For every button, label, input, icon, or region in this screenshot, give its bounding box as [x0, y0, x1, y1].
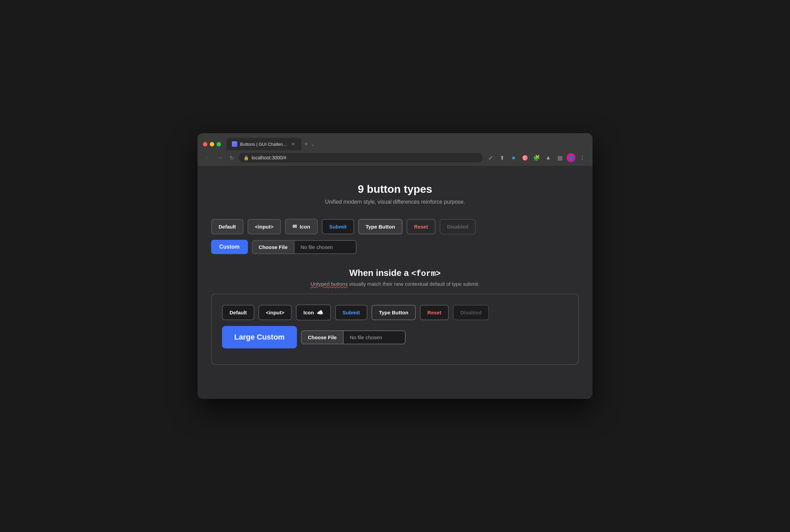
tab-close-icon[interactable]: ✕	[290, 141, 296, 147]
form-section-title: When inside a <form>	[211, 268, 579, 278]
cloud-icon: ☁️	[317, 309, 323, 316]
sidebar-icon[interactable]: ▤	[555, 153, 565, 162]
form-section-header: When inside a <form> Untyped buttons vis…	[211, 268, 579, 287]
minimize-button[interactable]	[210, 142, 214, 146]
tab-favicon	[232, 141, 237, 147]
form-section-subtitle: Untyped buttons visually match their new…	[211, 281, 579, 287]
form-reset-button[interactable]: Reset	[420, 305, 449, 320]
form-file-choose-button[interactable]: Choose File	[302, 331, 344, 344]
forward-button[interactable]: →	[215, 153, 225, 162]
pointer-icon[interactable]: ▲	[543, 153, 553, 162]
disabled-button: Disabled	[440, 219, 476, 234]
colorful-icon[interactable]: 🎯	[520, 153, 530, 162]
traffic-lights	[203, 142, 221, 146]
section2-row2: Large Custom Choose File No file chosen	[222, 326, 568, 348]
custom-button[interactable]: Custom	[211, 240, 248, 254]
tab-bar: Buttons | GUI Challenges ✕ + ⌄	[226, 138, 315, 150]
reset-button[interactable]: Reset	[407, 219, 436, 234]
default-button[interactable]: Default	[211, 219, 243, 234]
address-bar[interactable]: 🔒 localhost:3000/#	[239, 153, 483, 162]
form-box: Default <input> Icon ☁️ Submit Type Butt…	[211, 294, 579, 365]
form-default-button[interactable]: Default	[222, 305, 254, 320]
back-button[interactable]: ←	[203, 153, 212, 162]
form-disabled-button: Disabled	[453, 305, 489, 320]
browser-chrome: Buttons | GUI Challenges ✕ + ⌄ ← → ↻ 🔒 l…	[198, 133, 592, 166]
section-divider: When inside a <form> Untyped buttons vis…	[211, 268, 579, 365]
close-button[interactable]	[203, 142, 207, 146]
form-file-no-chosen-text: No file chosen	[344, 331, 405, 344]
share-icon[interactable]: ⬆	[497, 153, 507, 162]
maximize-button[interactable]	[217, 142, 221, 146]
page-header: 9 button types Unified modern style, vis…	[211, 183, 579, 205]
section1-button-group: Default <input> ✉ Icon Submit Type Butto…	[211, 219, 579, 234]
toolbar-icons: ⤢ ⬆ ★ 🎯 🧩 ▲ ▤ 👤 ⋮	[486, 153, 587, 162]
file-no-chosen-text: No file chosen	[295, 241, 356, 253]
address-bar-row: ← → ↻ 🔒 localhost:3000/# ⤢ ⬆ ★ 🎯 🧩 ▲ ▤ 👤…	[198, 150, 592, 166]
large-custom-button[interactable]: Large Custom	[222, 326, 297, 348]
bookmark-icon[interactable]: ★	[509, 153, 518, 162]
envelope-icon: ✉	[293, 223, 297, 230]
extensions-icon[interactable]: 🧩	[532, 153, 541, 162]
section2-button-group: Default <input> Icon ☁️ Submit Type Butt…	[222, 304, 568, 320]
type-button[interactable]: Type Button	[358, 219, 402, 234]
external-link-icon[interactable]: ⤢	[486, 153, 495, 162]
browser-window: Buttons | GUI Challenges ✕ + ⌄ ← → ↻ 🔒 l…	[198, 133, 592, 399]
page-content: 9 button types Unified modern style, vis…	[198, 166, 592, 399]
file-input-wrapper: Choose File No file chosen	[252, 240, 357, 254]
page-title: 9 button types	[211, 183, 579, 195]
reload-button[interactable]: ↻	[227, 153, 236, 162]
title-bar: Buttons | GUI Challenges ✕ + ⌄	[198, 133, 592, 150]
security-icon: 🔒	[243, 155, 249, 160]
new-tab-button[interactable]: +	[301, 139, 311, 149]
url-text: localhost:3000/#	[252, 155, 286, 160]
form-icon-button[interactable]: Icon ☁️	[296, 304, 331, 320]
profile-avatar[interactable]: 👤	[567, 153, 575, 162]
tab-chevron-icon: ⌄	[311, 141, 315, 147]
form-file-input-wrapper: Choose File No file chosen	[301, 330, 406, 344]
file-choose-button[interactable]: Choose File	[253, 241, 295, 253]
icon-button[interactable]: ✉ Icon	[285, 219, 318, 234]
menu-icon[interactable]: ⋮	[578, 153, 587, 162]
untyped-text: Untyped buttons	[311, 281, 348, 287]
tab-title: Buttons | GUI Challenges	[240, 142, 288, 147]
active-tab[interactable]: Buttons | GUI Challenges ✕	[226, 138, 301, 150]
input-button[interactable]: <input>	[248, 219, 281, 234]
form-input-button[interactable]: <input>	[258, 305, 292, 320]
submit-button[interactable]: Submit	[322, 219, 354, 234]
section1-row2: Custom Choose File No file chosen	[211, 240, 579, 254]
page-subtitle: Unified modern style, visual differences…	[211, 199, 579, 205]
form-submit-button[interactable]: Submit	[335, 305, 367, 320]
form-type-button[interactable]: Type Button	[372, 305, 416, 320]
